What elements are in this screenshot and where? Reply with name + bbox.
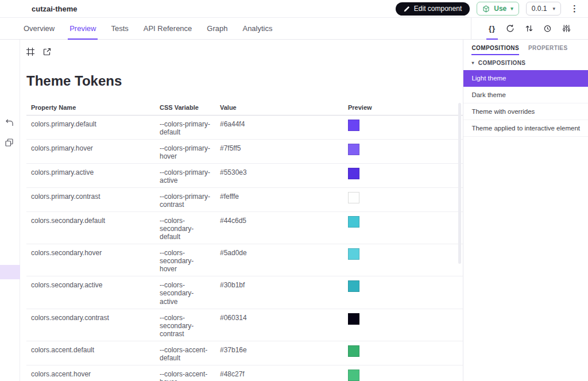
content-row: Theme Tokens Property NameCSS VariableVa… xyxy=(0,40,588,381)
table-row: colors.secondary.default--colors-seconda… xyxy=(26,212,463,244)
css-variable-cell: --colors-secondary-default xyxy=(155,212,215,244)
preview-panel-toolbar: {} xyxy=(471,18,588,39)
version-label: 0.0.1 xyxy=(532,5,547,13)
css-variable-cell: --colors-accent-hover xyxy=(155,365,215,381)
history-button[interactable] xyxy=(541,18,554,39)
composition-item-light-theme[interactable]: Light theme xyxy=(463,70,588,87)
property-name-cell: colors.accent.default xyxy=(26,341,155,365)
preview-cell xyxy=(343,365,463,381)
chevron-down-icon: ▾ xyxy=(471,60,474,66)
tab-analytics[interactable]: Analytics xyxy=(235,18,280,39)
color-swatch xyxy=(348,345,359,357)
pencil-icon xyxy=(404,6,410,12)
tab-api-reference[interactable]: API Reference xyxy=(136,18,200,39)
app-root: cutzai-theme Edit component Use ▾ 0.0.1 … xyxy=(0,0,588,381)
color-swatch xyxy=(348,192,359,203)
use-label: Use xyxy=(494,5,506,13)
copy-icon xyxy=(5,138,13,147)
left-rail xyxy=(0,40,20,381)
css-variable-cell: --colors-accent-default xyxy=(155,341,215,365)
swap-versions-button[interactable] xyxy=(523,18,536,39)
version-dropdown[interactable]: 0.0.1 ▾ xyxy=(526,2,561,16)
composition-item-dark-theme[interactable]: Dark theme xyxy=(463,87,588,103)
scrollbar-thumb[interactable] xyxy=(458,103,461,264)
color-swatch xyxy=(348,168,359,179)
kebab-menu-icon: ⋮ xyxy=(570,3,579,13)
top-bar: cutzai-theme Edit component Use ▾ 0.0.1 … xyxy=(0,0,588,18)
value-cell: #5ad0de xyxy=(215,244,343,276)
left-rail-highlight xyxy=(0,265,20,279)
value-cell: #30b1bf xyxy=(215,276,343,309)
table-row: colors.primary.default--colors-primary-d… xyxy=(26,116,463,140)
property-name-cell: colors.primary.active xyxy=(26,164,155,188)
undo-button[interactable] xyxy=(5,119,14,126)
value-cell: #5530e3 xyxy=(215,164,343,188)
css-variable-cell: --colors-primary-contrast xyxy=(155,188,215,212)
css-variable-cell: --colors-secondary-contrast xyxy=(155,309,215,341)
tab-row: OverviewPreviewTestsAPI ReferenceGraphAn… xyxy=(0,18,588,40)
table-row: colors.accent.hover--colors-accent-hover… xyxy=(26,365,463,381)
copy-button[interactable] xyxy=(5,138,13,147)
preview-main: Theme Tokens Property NameCSS VariableVa… xyxy=(20,40,463,381)
component-name: cutzai-theme xyxy=(32,5,77,13)
frame-button[interactable] xyxy=(26,48,34,56)
tab-overview[interactable]: Overview xyxy=(16,18,62,39)
css-variable-cell: --colors-primary-default xyxy=(155,116,215,140)
tab-graph[interactable]: Graph xyxy=(199,18,235,39)
css-variable-cell: --colors-primary-hover xyxy=(155,140,215,164)
return-arrow-icon xyxy=(5,119,14,126)
panel-tab-bar: COMPOSITIONSPROPERTIES xyxy=(463,40,588,55)
table-row: colors.primary.contrast--colors-primary-… xyxy=(26,188,463,212)
tab-preview[interactable]: Preview xyxy=(62,18,103,39)
code-icon: {} xyxy=(489,24,496,33)
chevron-down-icon: ▾ xyxy=(510,6,513,11)
css-variable-cell: --colors-secondary-active xyxy=(155,276,215,309)
compositions-section-header[interactable]: ▾ COMPOSITIONS xyxy=(463,55,588,70)
property-name-cell: colors.primary.contrast xyxy=(26,188,155,212)
preview-cell xyxy=(343,164,463,188)
more-options-button[interactable]: ⋮ xyxy=(568,3,581,14)
property-name-cell: colors.secondary.active xyxy=(26,276,155,309)
table-row: colors.secondary.contrast--colors-second… xyxy=(26,309,463,341)
column-header-value: Value xyxy=(215,101,343,116)
frame-icon xyxy=(26,48,34,56)
theme-tokens-table: Property NameCSS VariableValuePreview co… xyxy=(26,101,463,381)
table-row: colors.primary.active--colors-primary-ac… xyxy=(26,164,463,188)
composition-item-theme-with-overrides[interactable]: Theme with overrides xyxy=(463,103,588,120)
settings-button[interactable] xyxy=(560,18,573,39)
panel-tab-properties[interactable]: PROPERTIES xyxy=(528,45,567,55)
page-title: Theme Tokens xyxy=(26,73,463,89)
preview-toolbar xyxy=(26,48,463,56)
top-bar-actions: Edit component Use ▾ 0.0.1 ▾ ⋮ xyxy=(396,2,581,16)
compositions-list: Light themeDark themeTheme with override… xyxy=(463,70,588,137)
property-name-cell: colors.accent.hover xyxy=(26,365,155,381)
color-swatch xyxy=(348,313,359,325)
preview-cell xyxy=(343,341,463,365)
preview-cell xyxy=(343,212,463,244)
table-row: colors.secondary.active--colors-secondar… xyxy=(26,276,463,309)
preview-cell xyxy=(343,276,463,309)
property-name-cell: colors.secondary.default xyxy=(26,212,155,244)
color-swatch xyxy=(348,280,359,292)
column-header-property-name: Property Name xyxy=(26,101,155,116)
use-button[interactable]: Use ▾ xyxy=(477,2,519,16)
preview-cell xyxy=(343,188,463,212)
panel-tab-compositions[interactable]: COMPOSITIONS xyxy=(471,45,519,55)
color-swatch xyxy=(348,120,359,131)
edit-component-button[interactable]: Edit component xyxy=(396,2,470,16)
tab-bar: OverviewPreviewTestsAPI ReferenceGraphAn… xyxy=(0,18,471,39)
chevron-down-icon: ▾ xyxy=(552,6,555,11)
package-icon xyxy=(482,5,490,13)
code-button[interactable]: {} xyxy=(486,18,498,39)
property-name-cell: colors.secondary.contrast xyxy=(26,309,155,341)
tab-tests[interactable]: Tests xyxy=(103,18,136,39)
composition-item-theme-applied-to-interactive-element[interactable]: Theme applied to interactive element xyxy=(463,120,588,137)
compositions-section-label: COMPOSITIONS xyxy=(478,60,526,66)
edit-component-label: Edit component xyxy=(414,5,462,13)
value-cell: #48c27f xyxy=(215,365,343,381)
open-in-new-button[interactable] xyxy=(43,48,51,56)
table-row: colors.accent.default--colors-accent-def… xyxy=(26,341,463,365)
table-row: colors.secondary.hover--colors-secondary… xyxy=(26,244,463,276)
refresh-button[interactable] xyxy=(504,18,517,39)
compositions-panel: COMPOSITIONSPROPERTIES ▾ COMPOSITIONS Li… xyxy=(463,40,588,381)
